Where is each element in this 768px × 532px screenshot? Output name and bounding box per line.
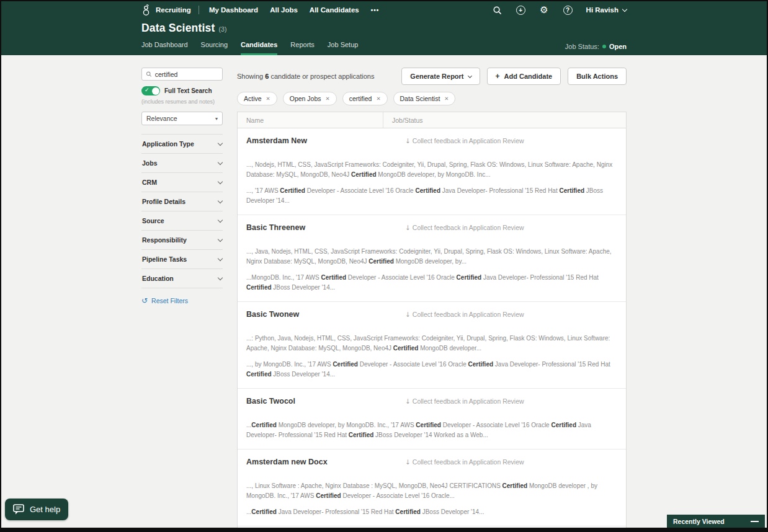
- add-candidate-button[interactable]: + Add Candidate: [487, 68, 561, 85]
- top-nav: Recruiting My DashboardAll JobsAll Candi…: [141, 4, 627, 16]
- chip-label: Data Scientist: [400, 95, 440, 102]
- candidate-table: Name Job/Status Amsterdam New↓Collect fe…: [237, 112, 627, 532]
- help-icon[interactable]: ?: [563, 5, 573, 16]
- tab-candidates[interactable]: Candidates: [241, 41, 277, 55]
- filter-label: Source: [142, 217, 164, 224]
- search-snippet: ...Certified Java Developer- Professiona…: [246, 507, 617, 517]
- candidate-name-link[interactable]: Amsterdam New: [246, 136, 383, 145]
- job-status-label: Job Status:: [565, 43, 599, 50]
- check-icon: ✓: [145, 87, 150, 93]
- topnav-items: My DashboardAll JobsAll Candidates: [209, 6, 359, 14]
- candidate-name-link[interactable]: Amsterdam new Docx: [246, 458, 383, 466]
- filter-chips: Active✕Open Jobs✕certified✕Data Scientis…: [237, 92, 627, 105]
- topnav-item-all-candidates[interactable]: All Candidates: [310, 6, 359, 14]
- table-row: Amsterdam New↓Collect feedback in Applic…: [238, 128, 626, 215]
- chevron-down-icon: [622, 6, 627, 11]
- sort-select[interactable]: Relevance ▾: [141, 112, 223, 125]
- recently-viewed-bar[interactable]: Recently Viewed: [667, 515, 765, 528]
- filter-chip-active: Active✕: [237, 92, 277, 105]
- down-arrow-icon: ↓: [405, 137, 411, 144]
- column-header-name: Name: [238, 112, 383, 128]
- user-greeting: Hi Ravish: [586, 6, 618, 14]
- chip-label: certified: [349, 95, 372, 102]
- product-name[interactable]: Recruiting: [156, 6, 191, 14]
- candidate-name-link[interactable]: Basic Twocol: [246, 397, 383, 406]
- reset-filters-link[interactable]: ↺ Reset Filters: [141, 296, 223, 305]
- filter-section-crm[interactable]: CRM: [141, 173, 223, 192]
- chevron-down-icon: [218, 218, 223, 223]
- job-status-value: Open: [609, 43, 627, 50]
- collect-feedback-link[interactable]: ↓Collect feedback in Application Review: [405, 458, 524, 466]
- filter-section-education[interactable]: Education: [141, 269, 223, 288]
- search-icon[interactable]: [492, 5, 502, 16]
- bulk-actions-button[interactable]: Bulk Actions: [568, 68, 627, 85]
- add-icon[interactable]: +: [516, 5, 526, 16]
- search-icon: [146, 71, 152, 78]
- candidate-count: (3): [219, 25, 227, 33]
- search-snippet: ..., Linux Software : Apache, Nginx Data…: [246, 481, 617, 501]
- app-header: Recruiting My DashboardAll JobsAll Candi…: [1, 1, 767, 55]
- greenhouse-logo-icon: [141, 4, 151, 16]
- table-header: Name Job/Status: [238, 112, 626, 128]
- tab-sourcing[interactable]: Sourcing: [201, 41, 228, 55]
- search-snippet: ...: Python, Java, Nodejs, HTML, CSS, Ja…: [246, 334, 617, 353]
- search-input[interactable]: [155, 71, 218, 78]
- tab-reports[interactable]: Reports: [290, 41, 315, 55]
- chat-bubble-icon: [13, 504, 25, 515]
- candidate-table-body: Amsterdam New↓Collect feedback in Applic…: [238, 128, 626, 532]
- filter-section-source[interactable]: Source: [141, 211, 223, 231]
- filter-label: Profile Details: [142, 198, 185, 205]
- collect-feedback-link[interactable]: ↓Collect feedback in Application Review: [405, 311, 524, 318]
- tab-bar-items: Job DashboardSourcingCandidatesReportsJo…: [141, 41, 358, 55]
- column-header-job-status: Job/Status: [383, 117, 626, 124]
- table-row: Baracelona New tag↓Collect feedback in A…: [238, 526, 626, 532]
- chevron-down-icon: [218, 198, 223, 203]
- close-icon[interactable]: ✕: [326, 95, 330, 102]
- filter-label: Education: [142, 275, 174, 282]
- generate-report-button[interactable]: Generate Report: [401, 68, 480, 85]
- get-help-button[interactable]: Get help: [5, 499, 68, 520]
- get-help-label: Get help: [30, 505, 60, 514]
- tab-job-dashboard[interactable]: Job Dashboard: [141, 41, 188, 55]
- filter-section-profile-details[interactable]: Profile Details: [141, 192, 223, 211]
- table-row: Basic Twonew↓Collect feedback in Applica…: [238, 302, 626, 389]
- topnav-item-all-jobs[interactable]: All Jobs: [270, 6, 298, 14]
- full-text-search-note: (includes resumes and notes): [141, 99, 223, 105]
- tab-job-setup[interactable]: Job Setup: [328, 41, 359, 55]
- filter-section-application-type[interactable]: Application Type: [141, 135, 223, 154]
- chevron-down-icon: [467, 73, 471, 78]
- candidate-name-link[interactable]: Basic Threenew: [246, 223, 383, 232]
- minimize-icon[interactable]: [751, 521, 759, 522]
- filter-chip-open-jobs: Open Jobs✕: [283, 92, 337, 105]
- toggle-knob: [152, 87, 159, 95]
- page-title: Data Scientist: [141, 22, 215, 35]
- user-menu[interactable]: Hi Ravish: [586, 6, 627, 14]
- topnav-item-my-dashboard[interactable]: My Dashboard: [209, 6, 258, 14]
- sort-value: Relevance: [146, 115, 177, 122]
- candidate-name-link[interactable]: Basic Twonew: [246, 310, 383, 319]
- filter-chip-certified: certified✕: [342, 92, 388, 105]
- close-icon[interactable]: ✕: [266, 95, 270, 102]
- search-snippet: ..., by MongoDB. Inc., '17 AWS Certified…: [246, 360, 617, 379]
- chip-label: Open Jobs: [290, 95, 321, 102]
- app-window: Recruiting My DashboardAll JobsAll Candi…: [0, 0, 768, 532]
- search-box: [141, 68, 223, 81]
- filter-label: Jobs: [142, 159, 158, 167]
- filter-section-responsibility[interactable]: Responsibility: [141, 231, 223, 250]
- filter-label: Application Type: [142, 140, 194, 148]
- close-icon[interactable]: ✕: [444, 95, 449, 102]
- more-menu-icon[interactable]: •••: [371, 7, 380, 14]
- filters-sidebar: ✓ Full Text Search (includes resumes and…: [141, 68, 223, 532]
- filter-section-pipeline-tasks[interactable]: Pipeline Tasks: [141, 250, 223, 269]
- collect-feedback-link[interactable]: ↓Collect feedback in Application Review: [405, 137, 524, 144]
- collect-feedback-link[interactable]: ↓Collect feedback in Application Review: [405, 397, 524, 405]
- down-arrow-icon: ↓: [405, 311, 411, 318]
- full-text-search-toggle[interactable]: ✓: [141, 86, 160, 95]
- plus-icon: +: [496, 72, 500, 81]
- search-snippet: ...Certified MongoDB developer, by Mongo…: [246, 420, 617, 440]
- job-status[interactable]: Job Status: Open: [565, 43, 627, 55]
- close-icon[interactable]: ✕: [376, 95, 380, 102]
- collect-feedback-link[interactable]: ↓Collect feedback in Application Review: [405, 224, 524, 231]
- gear-icon[interactable]: ⚙: [539, 5, 550, 16]
- filter-section-jobs[interactable]: Jobs: [141, 154, 223, 173]
